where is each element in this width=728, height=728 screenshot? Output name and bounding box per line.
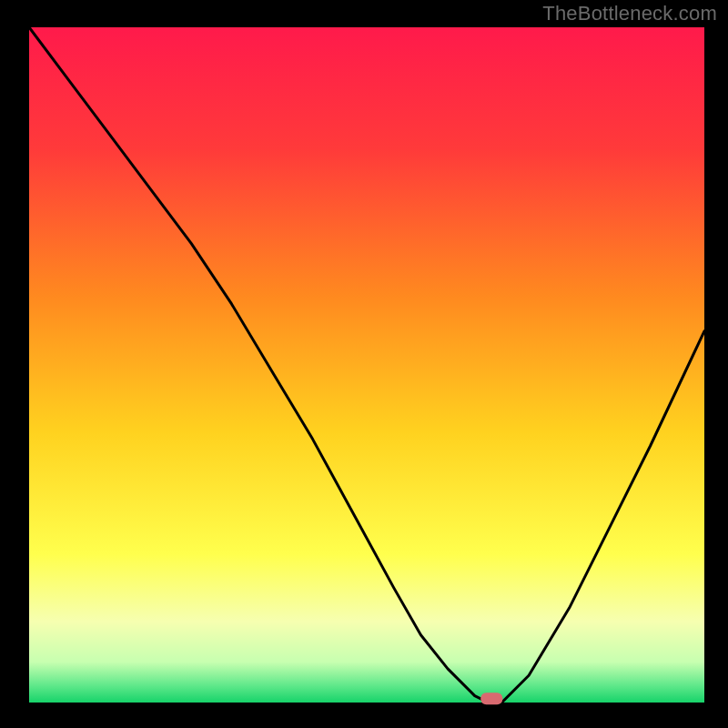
chart-stage: TheBottleneck.com <box>0 0 728 728</box>
bottleneck-chart <box>0 0 728 728</box>
optimal-marker <box>480 693 502 704</box>
watermark-text: TheBottleneck.com <box>542 2 717 25</box>
gradient-background <box>29 27 704 703</box>
